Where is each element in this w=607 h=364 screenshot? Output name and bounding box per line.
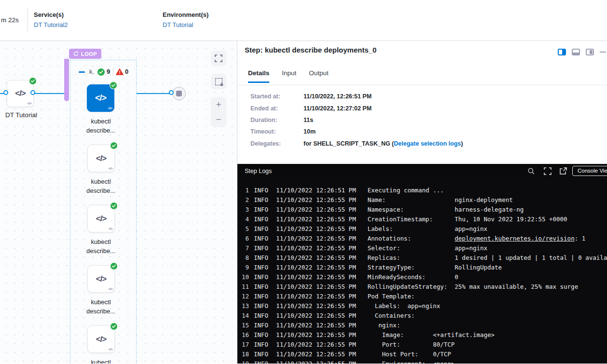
log-message: Port: 80/TCP — [368, 340, 455, 350]
log-line-number: 12 — [241, 292, 249, 301]
success-check-icon — [29, 77, 37, 85]
step-label-line1: kubectl — [69, 117, 132, 126]
console-view-button[interactable]: Console View — [572, 166, 607, 176]
log-message: Pod Template: — [368, 292, 415, 301]
layout-drawer-icon[interactable] — [586, 49, 594, 55]
log-level: INFO — [254, 253, 268, 263]
collapse-group-button[interactable] — [79, 71, 85, 73]
log-line-number: 8 — [241, 253, 249, 263]
step-node-kubectl-describe-4[interactable]: </></> — [87, 325, 115, 353]
log-message: Annotations: deployment.kubernetes.io/re… — [368, 234, 586, 243]
layout-bottom-panel-icon[interactable] — [572, 49, 580, 55]
log-message: CreationTimestamp: Thu, 10 Nov 2022 19:2… — [368, 215, 567, 224]
log-level: INFO — [254, 301, 268, 311]
tab-output[interactable]: Output — [309, 69, 329, 83]
log-timestamp: 11/10/2022 12:26:51 PM — [276, 186, 356, 195]
step-label-line2: describe... — [69, 186, 132, 195]
step-node-kubectl-describe-1[interactable]: </></> — [87, 145, 115, 172]
step-node-kubectl-describe-0[interactable]: </></> — [87, 84, 114, 112]
log-level: INFO — [254, 195, 268, 205]
log-line: 10INFO11/10/2022 12:26:55 PMMinReadySeco… — [241, 272, 607, 282]
log-line-number: 19 — [241, 359, 249, 364]
log-timestamp: 11/10/2022 12:26:55 PM — [276, 195, 356, 205]
success-check-icon — [110, 81, 117, 89]
code-icon-small: </> — [108, 227, 112, 231]
loop-icon — [73, 51, 79, 56]
canvas-zoom-control[interactable]: + − — [211, 97, 226, 127]
log-message: Labels: app=nginx — [368, 224, 487, 234]
step-node-kubectl-describe-2[interactable]: </></> — [87, 205, 115, 232]
detail-value: 11/10/2022, 12:27:02 PM — [304, 105, 372, 112]
stage-node-dt-tutorial[interactable]: </> </> — [7, 80, 34, 107]
group-success-count: 9 — [107, 68, 110, 75]
tabs-separator — [237, 85, 607, 85]
log-line: 11INFO11/10/2022 12:26:55 PMRollingUpdat… — [241, 282, 607, 292]
log-timestamp: 11/10/2022 12:26:55 PM — [276, 215, 356, 224]
log-timestamp: 11/10/2022 12:26:55 PM — [276, 282, 356, 292]
step-node-kubectl-describe-3[interactable]: </></> — [87, 265, 115, 293]
log-level: INFO — [254, 292, 268, 301]
log-line-number: 16 — [241, 330, 249, 340]
log-search-icon[interactable] — [527, 167, 535, 177]
log-message: MinReadySeconds: 0 — [368, 272, 458, 282]
log-expand-icon[interactable] — [544, 167, 552, 177]
log-timestamp: 11/10/2022 12:26:55 PM — [276, 272, 356, 282]
log-message: Executing command ... — [368, 186, 444, 195]
log-timestamp: 11/10/2022 12:26:55 PM — [276, 301, 356, 311]
log-message: Environment: <none> — [368, 359, 455, 364]
step-logs-title: Step Logs — [245, 168, 272, 175]
detail-row: Timeout:10m — [250, 126, 463, 137]
log-timestamp: 11/10/2022 12:26:55 PM — [276, 292, 356, 301]
log-line: 13INFO11/10/2022 12:26:55 PM Labels: app… — [241, 301, 607, 311]
layout-right-panel-icon[interactable] — [558, 49, 566, 55]
log-message: Labels: app=nginx — [368, 301, 441, 311]
log-level: INFO — [254, 224, 268, 234]
step-label-line1: kubectl — [69, 297, 132, 307]
step-label-line2: describe... — [69, 246, 132, 256]
log-level: INFO — [254, 215, 268, 224]
environments-group: Environment(s) DT Tutorial — [163, 11, 208, 28]
loop-bracket-bar — [64, 59, 69, 101]
log-timestamp: 11/10/2022 12:26:55 PM — [276, 321, 356, 330]
loop-badge: LOOP — [69, 49, 101, 59]
log-level: INFO — [254, 321, 268, 330]
log-annotation-link[interactable]: deployment.kubernetes.io/revision — [455, 235, 574, 242]
log-level: INFO — [254, 350, 268, 359]
service-link[interactable]: DT Tutorial2 — [34, 21, 68, 28]
canvas-fullscreen-button[interactable] — [211, 51, 226, 66]
log-level: INFO — [254, 282, 268, 292]
environment-link[interactable]: DT Tutorial — [163, 21, 208, 28]
log-message: Image: <+artifact.image> — [368, 330, 495, 340]
log-level: INFO — [254, 340, 268, 350]
delegate-selection-logs-link[interactable]: Delegate selection logs — [394, 140, 461, 147]
log-line-number: 11 — [241, 282, 249, 292]
canvas-select-mode-button[interactable] — [211, 74, 226, 89]
pipeline-graph-canvas[interactable]: LOOP </> </> DT Tutorial k. 9 0 </></>ku… — [0, 41, 237, 364]
step-label: kubectldescribe... — [69, 117, 132, 135]
group-error-icon — [116, 68, 124, 77]
step-tabs: DetailsInputOutput — [248, 69, 329, 83]
tab-details[interactable]: Details — [248, 69, 269, 83]
log-level: INFO — [254, 243, 268, 253]
log-line-number: 6 — [241, 234, 249, 243]
tab-input[interactable]: Input — [282, 69, 296, 83]
log-message: Name: nginx-deployment — [368, 195, 513, 205]
detail-row: Duration:11s — [250, 114, 463, 126]
step-logs-console[interactable]: 1INFO11/10/2022 12:26:51 PMExecuting com… — [237, 178, 607, 364]
execution-top-bar: m 22s Service(s) DT Tutorial2 Environmen… — [0, 0, 607, 41]
log-line-number: 7 — [241, 243, 249, 253]
code-icon-small: </> — [108, 166, 112, 171]
detail-row: Delegates:for SHELL_SCRIPT_TASK_NG (Dele… — [250, 138, 463, 149]
detail-label: Timeout: — [250, 128, 304, 135]
log-open-new-tab-icon[interactable] — [559, 167, 567, 177]
log-level: INFO — [254, 330, 268, 340]
log-line: 2INFO11/10/2022 12:26:55 PMName: nginx-d… — [241, 195, 607, 205]
step-label: kubectldescribe... — [69, 297, 132, 316]
log-line: 17INFO11/10/2022 12:26:55 PM Port: 80/TC… — [241, 340, 607, 350]
zoom-out-button[interactable]: − — [216, 115, 221, 124]
minimize-panel-button[interactable] — [600, 52, 606, 53]
log-line: 8INFO11/10/2022 12:26:55 PMReplicas: 1 d… — [241, 253, 607, 263]
zoom-in-button[interactable]: + — [216, 100, 221, 109]
log-message: Selector: app=nginx — [368, 243, 487, 253]
log-message: StrategyType: RollingUpdate — [368, 263, 502, 272]
